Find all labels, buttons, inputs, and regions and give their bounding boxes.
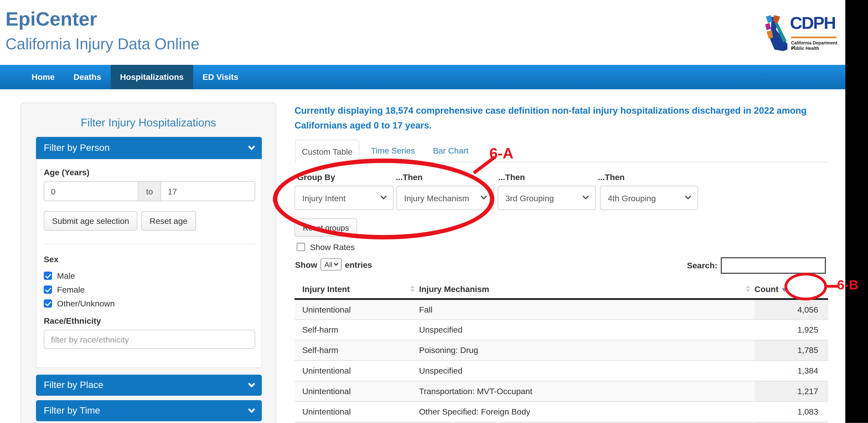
cell-injury-mechanism: Other Specified: Foreign Body [419, 401, 754, 422]
main-content: Currently displaying 18,574 comprehensiv… [294, 103, 828, 423]
cell-count: 1,785 [754, 340, 828, 360]
accordion-filter-by-person[interactable]: Filter by Person [36, 137, 262, 159]
female-checkbox[interactable] [44, 285, 52, 293]
table-row[interactable]: Unintentional Other Specified: Foreign B… [294, 401, 828, 422]
divider [44, 244, 255, 245]
count-header-label: Count [754, 284, 778, 293]
table-header-row: Injury Intent Injury Mechanism Count [294, 280, 828, 299]
sex-option-male: Male [44, 271, 75, 280]
accordion-filter-by-time[interactable]: Filter by Time [36, 400, 262, 421]
show-rates-label: Show Rates [310, 242, 355, 252]
table-row[interactable]: Unintentional Unspecified 1,384 [294, 360, 828, 381]
entries-length-value: All [324, 260, 333, 269]
age-to-addon: to [138, 181, 160, 201]
logo-acronym: CDPH [790, 13, 835, 33]
race-ethnicity-input[interactable] [44, 330, 255, 348]
chevron-down-icon [248, 406, 255, 413]
column-header-injury-mechanism[interactable]: Injury Mechanism [419, 280, 754, 299]
cell-injury-mechanism: Fall [419, 299, 754, 319]
chevron-down-icon [248, 380, 255, 387]
main-navbar: Home Deaths Hospitalizations ED Visits [0, 65, 845, 89]
age-to-input[interactable] [161, 181, 255, 201]
reset-age-button[interactable]: Reset age [141, 211, 196, 231]
cell-injury-intent: Unintentional [294, 299, 419, 319]
annotation-pointer-6b [826, 285, 838, 288]
age-buttons-row: Submit age selection Reset age [44, 211, 196, 231]
filter-sidebar: Filter Injury Hospitalizations Filter by… [21, 103, 276, 423]
chevron-down-icon [583, 193, 589, 199]
filter-by-time-label: Filter by Time [44, 405, 100, 416]
app-title: EpiCenter [6, 8, 97, 30]
search-label: Search: [681, 260, 717, 270]
submit-age-button[interactable]: Submit age selection [44, 211, 137, 231]
sex-option-female: Female [44, 284, 85, 294]
tab-bar-chart[interactable]: Bar Chart [433, 146, 468, 155]
tab-custom-table[interactable]: Custom Table [295, 140, 359, 162]
sidebar-title: Filter Injury Hospitalizations [21, 116, 276, 129]
table-row[interactable]: Unintentional Fall 4,056 [294, 299, 828, 319]
cell-count: 1,217 [754, 381, 828, 401]
cell-count: 1,384 [754, 360, 828, 381]
table-row[interactable]: Self-harm Poisoning: Drug 1,785 [294, 340, 828, 360]
entries-length-control: Show All entries [295, 258, 372, 271]
show-rates-row: Show Rates [297, 242, 355, 252]
male-checkbox[interactable] [44, 271, 52, 280]
cell-injury-mechanism: Unspecified [419, 319, 754, 340]
chevron-down-icon [248, 143, 255, 150]
logo-org-line2: Public Health [791, 46, 819, 51]
nav-item-hospitalizations[interactable]: Hospitalizations [111, 65, 193, 89]
page: EpiCenter California Injury Data Online … [0, 0, 868, 423]
chevron-down-icon [334, 261, 339, 266]
filter-by-person-label: Filter by Person [44, 143, 110, 154]
logo-rule [791, 36, 836, 38]
results-statement-line2: Californians aged 0 to 17 years. [294, 120, 432, 130]
show-rates-checkbox[interactable] [297, 243, 305, 251]
race-ethnicity-label: Race/Ethnicity [44, 316, 101, 325]
other-unknown-checkbox[interactable] [44, 299, 52, 307]
table-row[interactable]: Unintentional Transportation: MVT-Occupa… [294, 381, 828, 401]
cdph-logo: CDPH California Department of Public Hea… [765, 11, 842, 57]
cell-count: 1,083 [754, 401, 828, 422]
column-header-injury-intent[interactable]: Injury Intent [294, 280, 419, 299]
show-entries-suffix: entries [345, 260, 372, 269]
sort-both-icon [410, 286, 414, 292]
female-label: Female [57, 285, 85, 294]
nav-item-ed-visits[interactable]: ED Visits [193, 65, 248, 89]
accordion-filter-by-place[interactable]: Filter by Place [36, 375, 262, 396]
other-unknown-label: Other/Unknown [57, 299, 115, 308]
california-state-icon [765, 15, 789, 53]
cell-count: 4,056 [754, 299, 828, 319]
cell-injury-intent: Unintentional [294, 401, 419, 422]
third-grouping-select[interactable]: 3rd Grouping [498, 186, 596, 210]
male-label: Male [57, 271, 75, 280]
filter-by-person-body: Age (Years) to Submit age selection Rese… [36, 159, 262, 368]
injury-mechanism-header-label: Injury Mechanism [419, 284, 489, 293]
entries-length-select[interactable]: All [320, 258, 341, 271]
cell-injury-mechanism: Unspecified [419, 360, 754, 381]
sort-both-icon [746, 286, 750, 292]
age-range-group: to [44, 181, 255, 201]
annotation-ellipse-6a [273, 159, 495, 239]
annotation-label-6b: 6-B [837, 277, 858, 293]
chevron-down-icon [685, 193, 691, 199]
cell-injury-mechanism: Poisoning: Drug [419, 340, 754, 360]
screenshot-black-edge [845, 0, 868, 423]
tab-time-series[interactable]: Time Series [371, 146, 415, 155]
fourth-grouping-select[interactable]: 4th Grouping [600, 186, 698, 210]
nav-item-deaths[interactable]: Deaths [64, 65, 111, 89]
nav-item-home[interactable]: Home [22, 65, 64, 89]
cell-injury-intent: Unintentional [294, 360, 419, 381]
search-input[interactable] [721, 257, 826, 274]
annotation-ellipse-6b [784, 273, 827, 301]
third-grouping-selected-value: 3rd Grouping [505, 193, 554, 202]
injury-intent-header-label: Injury Intent [302, 284, 350, 293]
sex-option-other-unknown: Other/Unknown [44, 298, 115, 308]
then-label-4: ...Then [598, 172, 625, 182]
app-subtitle: California Injury Data Online [6, 35, 199, 53]
table-row[interactable]: Self-harm Unspecified 1,925 [294, 319, 828, 340]
results-statement: Currently displaying 18,574 comprehensiv… [294, 103, 807, 133]
cell-injury-intent: Self-harm [294, 340, 419, 360]
age-from-input[interactable] [44, 181, 138, 201]
table-row-partial [294, 422, 828, 423]
age-label: Age (Years) [44, 167, 90, 177]
